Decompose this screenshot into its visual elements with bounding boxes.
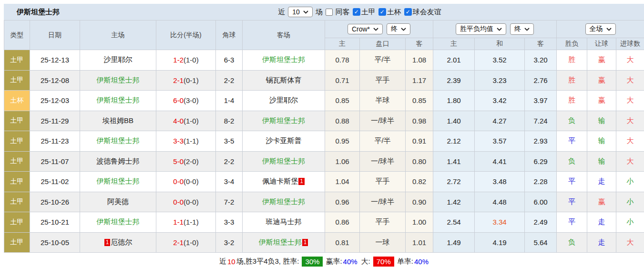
- avg-draw-odds: 3.57: [475, 131, 525, 152]
- chevron-down-icon: [401, 28, 406, 31]
- chevron-down-icon: [303, 10, 308, 14]
- type-badge: 土甲: [4, 70, 30, 91]
- avg-home-odds: 1.49: [433, 232, 475, 253]
- avg-away-odds: 3.20: [525, 50, 557, 71]
- handicap-line: 平/半: [360, 50, 406, 71]
- result-goals: 大: [616, 131, 644, 152]
- handicap-away-odds: 1.01: [406, 232, 433, 253]
- col-home: 主场: [80, 21, 156, 50]
- score: 4-0(1-0): [156, 111, 216, 131]
- summary-bar: 近10场,胜3平4负3, 胜率: 30% 赢率:40% 大: 70% 单率:40…: [4, 253, 644, 268]
- handicap-home-odds: 0.95: [325, 131, 360, 152]
- avg-away-odds: 2.49: [525, 212, 557, 233]
- away-team: 伊斯坦堡士邦: [243, 192, 325, 212]
- type-badge: 土甲: [4, 111, 30, 131]
- score: 2-1(0-1): [156, 70, 216, 91]
- avg-away-odds: 5.64: [525, 232, 557, 253]
- table-row: 土甲25-10-26阿美德0-0(0-0)7-2伊斯坦堡士邦0.96一/球半0.…: [4, 192, 644, 212]
- avg-draw-odds: 4.19: [475, 232, 525, 253]
- league-filter-cup: ✓ 土杯: [378, 8, 401, 17]
- cup-checkbox[interactable]: ✓: [378, 8, 386, 16]
- result-goals: 大: [616, 111, 644, 131]
- summary-text: 场,胜3平4负3, 胜率:: [236, 257, 299, 266]
- match-rows: 土甲25-12-13沙里耶尔1-2(1-0)6-3伊斯坦堡士邦0.78平/半1.…: [4, 50, 644, 253]
- handicap-home-odds: 0.85: [325, 91, 360, 111]
- avg-type-select[interactable]: 胜平负均值: [456, 23, 506, 35]
- type-badge: 土甲: [4, 232, 30, 253]
- handicap-line: 平手: [360, 212, 406, 233]
- friendly-label: 球会友谊: [413, 8, 441, 17]
- recent-count-select[interactable]: 10: [288, 7, 313, 17]
- big-rate-label: 大:: [361, 257, 370, 266]
- chevron-down-icon: [497, 28, 502, 31]
- avg-away-odds: 6.29: [525, 151, 557, 172]
- result-goals: 小: [616, 192, 644, 212]
- handicap-line: 平/半: [360, 131, 406, 152]
- result-handicap: 赢: [587, 192, 616, 212]
- result-handicap: 输: [587, 151, 616, 172]
- result-goals: 大: [616, 232, 644, 253]
- match-date: 25-12-08: [30, 70, 80, 91]
- result-handicap: 输: [587, 111, 616, 131]
- home-team: 伊斯坦堡士邦: [80, 91, 156, 111]
- handicap-line: 平手: [360, 172, 406, 192]
- handicap-line: 半球: [360, 91, 406, 111]
- friendly-checkbox[interactable]: ✓: [404, 8, 412, 16]
- avg-draw-odds: 3.23: [475, 70, 525, 91]
- match-date: 25-11-23: [30, 131, 80, 152]
- corners: 1-4: [216, 91, 243, 111]
- big-rate-badge: 70%: [373, 257, 394, 267]
- avg-draw-odds: 3.52: [475, 50, 525, 71]
- handicap-home-odds: 0.96: [325, 192, 360, 212]
- avg-away-odds: 3.97: [525, 91, 557, 111]
- odds-company-select[interactable]: Crow*: [348, 24, 383, 34]
- result-outcome: 胜: [557, 50, 587, 71]
- handicap-line: 一/球半: [360, 192, 406, 212]
- table-row: 土甲25-10-21伊斯坦堡士邦1-1(1-1)3-3班迪马士邦0.86平手1.…: [4, 212, 644, 233]
- avg-away-odds: 6.00: [525, 192, 557, 212]
- type-badge: 土甲: [4, 212, 30, 233]
- games-label: 场: [316, 8, 323, 17]
- handicap-line: 一球: [360, 232, 406, 253]
- same-venue-checkbox[interactable]: [326, 9, 333, 16]
- match-date: 25-11-07: [30, 151, 80, 172]
- col-avg-home: 主: [433, 38, 475, 50]
- chevron-down-icon: [373, 28, 378, 31]
- home-team: 伊斯坦堡士邦: [80, 172, 156, 192]
- odds-time-select[interactable]: 终: [387, 23, 410, 35]
- handicap-rate-label: 赢率:: [326, 257, 342, 266]
- handicap-away-odds: 1.08: [406, 50, 433, 71]
- col-type: 类型: [4, 21, 30, 50]
- handicap-line: 一/球半: [360, 111, 406, 131]
- match-date: 25-11-29: [30, 111, 80, 131]
- red-card-badge: 1: [104, 239, 111, 246]
- result-outcome: 平: [557, 212, 587, 233]
- score: 1-1(1-1): [156, 212, 216, 233]
- handicap-away-odds: 0.98: [406, 111, 433, 131]
- table-row: 土甲25-11-23伊斯坦堡士邦3-3(1-1)3-5沙卡亚斯普0.95平/半0…: [4, 131, 644, 152]
- result-goals: 大: [616, 91, 644, 111]
- score: 6-0(3-0): [156, 91, 216, 111]
- avg-time-select[interactable]: 终: [510, 23, 534, 35]
- corners: 3-3: [216, 212, 243, 233]
- result-handicap: 赢: [587, 91, 616, 111]
- corners: 7-2: [216, 192, 243, 212]
- avg-away-odds: 7.24: [525, 111, 557, 131]
- scope-select[interactable]: 全场: [585, 23, 616, 35]
- red-card-badge: 1: [302, 239, 308, 246]
- handicap-line: 一/球半: [360, 151, 406, 172]
- table-row: 土甲25-12-08伊斯坦堡士邦2-1(0-1)2-2锡瓦斯体育0.71平手1.…: [4, 70, 644, 91]
- avg-draw-odds: 3.34: [475, 212, 525, 233]
- home-team: 沙里耶尔: [80, 50, 156, 71]
- avg-draw-odds: 4.48: [475, 192, 525, 212]
- handicap-home-odds: 0.81: [325, 232, 360, 253]
- handicap-away-odds: 1.00: [406, 212, 433, 233]
- super-lig-checkbox[interactable]: ✓: [353, 8, 360, 16]
- result-outcome: 负: [557, 151, 587, 172]
- match-date: 25-10-26: [30, 192, 80, 212]
- handicap-away-odds: 0.85: [406, 91, 433, 111]
- match-date: 25-12-13: [30, 50, 80, 71]
- avg-home-odds: 2.01: [433, 50, 475, 71]
- home-team: 伊斯坦堡士邦: [80, 131, 156, 152]
- away-team: 伊斯坦堡士邦: [243, 111, 325, 131]
